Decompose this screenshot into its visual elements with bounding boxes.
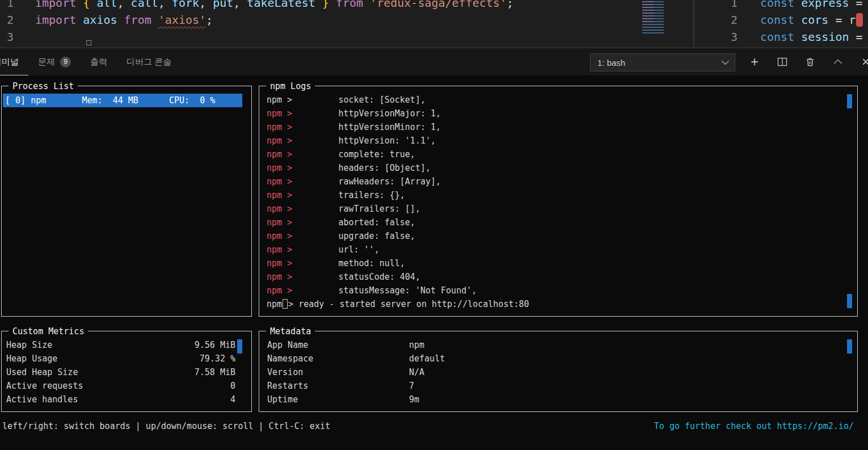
- log-line: npm > complete: true,: [267, 148, 844, 161]
- code-token: 'redux-saga/effects': [370, 0, 507, 10]
- code-token: const: [760, 30, 801, 44]
- trash-icon: [805, 57, 815, 67]
- panel-tab-3[interactable]: 디버그 콘솔: [117, 48, 181, 75]
- code-token: ,: [117, 0, 124, 10]
- code-token: axios: [83, 13, 117, 27]
- log-line: npm > headers: [Object],: [267, 161, 844, 175]
- vscode-window: 123 import { all, call, fork, put, takeL…: [0, 0, 868, 450]
- new-terminal-button[interactable]: +: [748, 56, 761, 68]
- panel-tab-0[interactable]: 터미널: [0, 48, 28, 75]
- log-line: npm > statusMessage: 'Not Found',: [267, 284, 844, 297]
- code-token: ;: [206, 13, 213, 27]
- log-prefix: npm >: [267, 190, 292, 200]
- log-line: npm > url: '',: [267, 243, 844, 256]
- pm2-promo-link[interactable]: To go further check out https://pm2.io/: [654, 419, 854, 433]
- tab-label: 문제: [38, 57, 55, 68]
- split-icon: [777, 57, 787, 67]
- log-prefix: npm: [267, 299, 282, 309]
- meta-row: Namespacedefault: [267, 352, 857, 365]
- log-text: rawTrailers: [],: [292, 204, 420, 214]
- meta-row: VersionN/A: [267, 365, 857, 379]
- metric-value: 9.56 MiB: [195, 338, 235, 352]
- line-number: 1: [728, 0, 738, 11]
- log-prefix: npm >: [267, 163, 292, 173]
- metric-row: Active requests0: [6, 379, 235, 393]
- metadata-scrollbar-thumb[interactable]: [847, 339, 852, 354]
- tab-label: 출력: [90, 57, 107, 68]
- terminal-picker-value: 1: bash: [597, 58, 625, 68]
- log-text: > ready - started server on http://local…: [288, 299, 529, 309]
- log-prefix: npm >: [267, 108, 292, 119]
- code-line: [35, 28, 513, 45]
- editor-left-code[interactable]: import { all, call, fork, put, takeLates…: [35, 0, 513, 45]
- process-row[interactable]: [ 0] npm Mem: 44 MB CPU: 0 %: [3, 94, 242, 107]
- code-token: express: [801, 0, 849, 10]
- line-number: 3: [728, 28, 738, 45]
- metric-label: Active handles: [6, 393, 78, 406]
- meta-label: Namespace: [267, 352, 409, 365]
- code-token: fork: [165, 0, 199, 10]
- log-line: npm > method: null,: [267, 256, 844, 270]
- log-line: npm > httpVersionMinor: 1,: [267, 120, 844, 134]
- close-panel-button[interactable]: ×: [859, 56, 868, 68]
- metric-value: 4: [230, 393, 235, 406]
- metric-label: Heap Usage: [6, 352, 57, 365]
- code-token: ;: [507, 0, 513, 10]
- metrics-scrollbar-thumb[interactable]: [237, 339, 242, 354]
- metric-label: Used Heap Size: [6, 365, 78, 379]
- editor-left-gutter: 123: [5, 0, 14, 45]
- meta-row: App Namenpm: [267, 338, 857, 352]
- log-prefix: npm >: [267, 231, 292, 241]
- custom-metrics-title: Custom Metrics: [9, 325, 88, 338]
- log-prefix: npm >: [267, 204, 292, 214]
- logs-scrollbar-thumb-bottom[interactable]: [847, 294, 852, 308]
- code-token: put: [206, 0, 233, 10]
- code-token: {: [83, 0, 90, 10]
- tab-label: 디버그 콘솔: [127, 57, 171, 68]
- code-line: const express = require('express'): [760, 0, 868, 11]
- logs-scrollbar-thumb-top[interactable]: [847, 94, 852, 108]
- meta-row: Restarts7: [267, 379, 857, 393]
- pm2-help-text: left/right: switch boards | up/down/mous…: [2, 419, 330, 433]
- code-token: ,: [158, 0, 165, 10]
- meta-value: 9m: [409, 393, 419, 406]
- code-token: e: [856, 13, 863, 27]
- editor-right-code[interactable]: const express = require('express')const …: [760, 0, 868, 45]
- code-token: const: [760, 13, 801, 27]
- log-text: headers: [Object],: [292, 163, 431, 173]
- code-token: takeLatest: [240, 0, 322, 10]
- meta-row: Uptime9m: [267, 393, 857, 406]
- log-text: statusMessage: 'Not Found',: [292, 285, 477, 296]
- log-prefix: npm >: [267, 258, 292, 268]
- panel-tab-1[interactable]: 문제9: [28, 48, 81, 75]
- editor-split-divider[interactable]: [693, 0, 694, 48]
- maximize-panel-button[interactable]: [832, 56, 844, 68]
- problems-badge: 9: [60, 57, 71, 68]
- kill-terminal-button[interactable]: [804, 56, 816, 68]
- close-icon: ×: [862, 55, 868, 69]
- meta-label: Restarts: [267, 379, 409, 393]
- terminal-picker[interactable]: 1: bash: [590, 53, 735, 72]
- minimap[interactable]: [640, 0, 673, 47]
- metric-row: Heap Size9.56 MiB: [6, 338, 235, 352]
- code-token: call: [124, 0, 158, 10]
- log-line: npm > rawHeaders: [Array],: [267, 175, 844, 188]
- code-token: session: [801, 30, 849, 44]
- code-token: ,: [199, 0, 206, 10]
- code-token: =: [828, 13, 849, 27]
- log-line: npm > trailers: {},: [267, 188, 844, 202]
- log-prefix: npm >: [267, 149, 292, 159]
- chevron-up-icon: [834, 60, 842, 68]
- panel-tabs: 터미널문제9출력디버그 콘솔: [0, 48, 181, 75]
- code-line: import axios from 'axios';: [35, 11, 513, 28]
- panel-tab-2[interactable]: 출력: [81, 48, 117, 75]
- terminal[interactable]: Process List [ 0] npm Mem: 44 MB CPU: 0 …: [0, 75, 868, 450]
- npm-logs-lines[interactable]: npm > socket: [Socket],npm > httpVersion…: [259, 86, 857, 311]
- log-text: rawHeaders: [Array],: [292, 176, 441, 187]
- panel-header: 터미널문제9출력디버그 콘솔 1: bash + ×: [0, 48, 868, 75]
- split-terminal-button[interactable]: [776, 56, 789, 68]
- log-line: npm > aborted: false,: [267, 216, 844, 229]
- metadata-rows: App NamenpmNamespacedefaultVersionN/ARes…: [259, 331, 857, 406]
- meta-label: App Name: [267, 338, 409, 352]
- metric-label: Heap Size: [6, 338, 52, 352]
